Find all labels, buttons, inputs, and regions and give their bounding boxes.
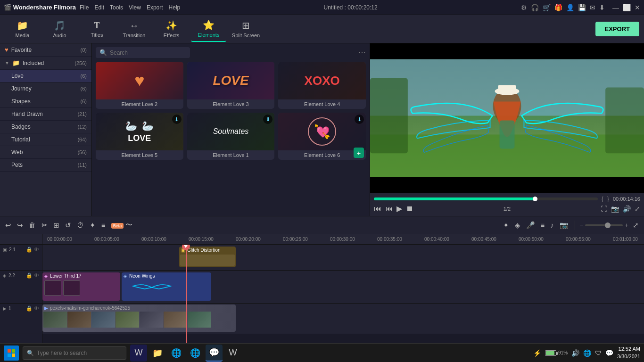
cut-button[interactable]: ✂ xyxy=(40,220,49,231)
step-back-button[interactable]: ⏭ xyxy=(385,205,393,213)
panel-journey[interactable]: Journey (6) xyxy=(0,82,91,95)
wave-button[interactable]: Beta 〜 xyxy=(110,219,134,231)
love-label: Love xyxy=(11,73,24,79)
clip-neon-wings[interactable]: ◈ Neon Wings xyxy=(122,272,211,301)
snapshot-icon[interactable]: 📷 xyxy=(558,220,570,231)
add-button-love6[interactable]: + xyxy=(354,148,364,158)
panel-tutorial[interactable]: Tutorial (64) xyxy=(0,133,91,146)
subtitle-icon[interactable]: ≡ xyxy=(539,220,546,230)
volume-icon[interactable]: 🔊 xyxy=(623,205,631,213)
taskbar-app-edge[interactable]: W xyxy=(130,345,147,362)
rotate-button[interactable]: ↺ xyxy=(64,220,73,231)
maximize-button[interactable]: ⬜ xyxy=(623,4,631,11)
taskbar-search[interactable]: 🔍 xyxy=(23,346,126,360)
grid-toggle-button[interactable]: ⋯ xyxy=(358,48,366,57)
expand-icon[interactable]: ⤢ xyxy=(635,205,640,213)
element-card-love1[interactable]: Soulmates ⬇ Element Love 1 xyxy=(187,113,275,160)
progress-handle[interactable] xyxy=(533,197,537,201)
menu-help[interactable]: Help xyxy=(169,4,181,11)
fullscreen-preview-icon[interactable]: ⛶ xyxy=(601,205,607,213)
zoom-in-button[interactable]: + xyxy=(625,222,628,229)
security-icon[interactable]: 🛡 xyxy=(595,349,602,357)
element-card-love6[interactable]: 💘 ⬇ + Element Love 6 xyxy=(278,113,366,160)
clip-video-pexels[interactable]: ▶ pexels-maksim-goncharenok-5642525 xyxy=(42,304,236,332)
element-card-love3[interactable]: LOVE Element Love 3 xyxy=(187,62,275,109)
track3-lock-icon[interactable]: 🔒 xyxy=(26,305,33,312)
undo-button[interactable]: ↩ xyxy=(4,220,13,231)
track2-lock-icon[interactable]: 🔒 xyxy=(26,272,33,279)
taskbar-app-filmora[interactable]: 💬 xyxy=(206,345,223,362)
playhead[interactable] xyxy=(186,245,187,356)
element-card-love2[interactable]: ♥ Element Love 2 xyxy=(96,62,183,109)
panel-badges[interactable]: Badges (12) xyxy=(0,121,91,133)
music-icon[interactable]: ♪ xyxy=(549,220,555,230)
toolbar-effects[interactable]: ✨ Effects xyxy=(154,16,189,42)
save-icon[interactable]: 💾 xyxy=(578,4,586,11)
panel-love[interactable]: Love (6) xyxy=(0,70,91,82)
export-button[interactable]: EXPORT xyxy=(595,22,639,36)
element-card-love5[interactable]: 🦢 🦢 LOVE ⬇ Element Love 5 xyxy=(96,113,183,160)
toolbar-splitscreen[interactable]: ⊞ Split Screen xyxy=(228,16,264,42)
redo-button[interactable]: ↪ xyxy=(16,220,25,231)
menu-edit[interactable]: Edit xyxy=(94,4,104,11)
taskbar-app-explorer[interactable]: 📁 xyxy=(149,345,166,362)
menu-file[interactable]: File xyxy=(80,4,89,11)
panel-included[interactable]: ▼ 📁 Included (256) xyxy=(0,57,91,69)
toolbar-titles[interactable]: T Titles xyxy=(79,16,115,42)
clip-lower-third[interactable]: ◈ Lower Third 17 xyxy=(42,272,120,301)
panel-shapes[interactable]: Shapes (6) xyxy=(0,95,91,107)
panel-web[interactable]: Web (56) xyxy=(0,146,91,158)
voiceover-icon[interactable]: 🎤 xyxy=(525,220,537,231)
camera-icon[interactable]: 📷 xyxy=(611,205,619,213)
gift-icon[interactable]: 🎁 xyxy=(554,4,562,11)
cart-icon[interactable]: 🛒 xyxy=(543,4,551,11)
progress-bar[interactable] xyxy=(374,197,598,200)
menu-tools[interactable]: Tools xyxy=(110,4,123,11)
panel-pets[interactable]: Pets (11) xyxy=(0,159,91,171)
play-button[interactable]: ▶ xyxy=(396,204,402,213)
track3-eye-icon[interactable]: 👁 xyxy=(34,305,39,312)
crop-button[interactable]: ⊞ xyxy=(52,220,61,231)
notification-icon[interactable]: 💬 xyxy=(605,349,613,357)
toolbar-media[interactable]: 📁 Media xyxy=(5,16,40,42)
delete-button[interactable]: 🗑 xyxy=(27,220,37,230)
fx-button[interactable]: ✦ xyxy=(502,220,511,231)
toolbar-transition[interactable]: ↔ Transition xyxy=(116,16,152,42)
minimize-button[interactable]: — xyxy=(612,4,619,11)
audio-button[interactable]: ≡ xyxy=(100,220,107,230)
zoom-thumb[interactable] xyxy=(605,222,611,228)
stop-button[interactable]: ⏹ xyxy=(406,205,413,213)
start-button[interactable] xyxy=(4,346,19,361)
toolbar-elements[interactable]: ⭐ Elements xyxy=(191,16,226,42)
taskbar-app-chrome1[interactable]: 🌐 xyxy=(168,345,185,362)
menu-export[interactable]: Export xyxy=(147,4,163,11)
close-button[interactable]: ✕ xyxy=(635,4,640,11)
expand-timeline-button[interactable]: ⤢ xyxy=(631,220,640,231)
panel-hand-drawn[interactable]: Hand Drawn (21) xyxy=(0,108,91,120)
stabilize-icon[interactable]: ◈ xyxy=(513,220,522,231)
user-icon[interactable]: 👤 xyxy=(566,4,574,11)
color-button[interactable]: ✦ xyxy=(88,220,97,231)
zoom-slider[interactable] xyxy=(585,224,623,226)
rewind-button[interactable]: ⏮ xyxy=(374,205,381,213)
mail-icon[interactable]: ✉ xyxy=(590,4,595,11)
panel-favorite[interactable]: ♥ Favorite (0) xyxy=(0,43,91,56)
taskbar-app-chrome2[interactable]: 🌐 xyxy=(187,345,204,362)
search-input[interactable] xyxy=(110,49,181,56)
settings-icon[interactable]: ⚙ xyxy=(521,4,527,11)
zoom-out-button[interactable]: − xyxy=(580,222,584,229)
search-box[interactable]: 🔍 xyxy=(96,47,190,58)
download-icon[interactable]: ⬇ xyxy=(599,4,605,11)
headset-icon[interactable]: 🎧 xyxy=(531,4,539,11)
toolbar-audio[interactable]: 🎵 Audio xyxy=(42,16,77,42)
track1-eye-icon[interactable]: 👁 xyxy=(34,247,39,253)
timer-button[interactable]: ⏱ xyxy=(75,220,85,230)
menu-view[interactable]: View xyxy=(129,4,141,11)
network-icon[interactable]: 🌐 xyxy=(583,349,591,357)
track1-lock-icon[interactable]: 🔒 xyxy=(26,247,33,253)
taskbar-search-input[interactable] xyxy=(37,350,122,356)
volume-taskbar-icon[interactable]: 🔊 xyxy=(571,349,579,357)
track2-eye-icon[interactable]: 👁 xyxy=(34,272,39,279)
taskbar-app-word[interactable]: W xyxy=(224,345,241,362)
element-card-love4[interactable]: XOXO Element Love 4 xyxy=(278,62,366,109)
